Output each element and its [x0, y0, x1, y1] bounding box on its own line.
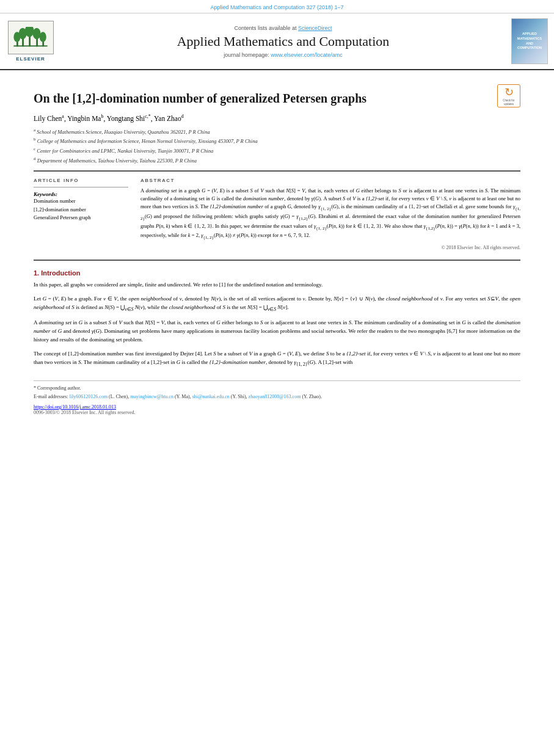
keyword-1: Domination number — [34, 197, 128, 206]
keyword-3: Generalized Petersen graph — [34, 214, 128, 222]
title-section: On the [1,2]-domination number of genera… — [34, 79, 488, 114]
abstract-text: A dominating set in a graph G = (V, E) i… — [140, 187, 520, 241]
check-updates-icon: ↻ — [505, 85, 514, 99]
affiliation-c: c Center for Combinatorics and LPMC, Nan… — [34, 146, 520, 155]
article-info-header: ARTICLE INFO — [34, 178, 128, 183]
abstract-column: ABSTRACT A dominating set in a graph G =… — [140, 178, 520, 250]
check-updates-text: Check for updates — [498, 99, 520, 106]
abstract-header: ABSTRACT — [140, 178, 520, 183]
affiliation-b: b College of Mathematics and Information… — [34, 136, 520, 145]
section-divider-thick — [34, 170, 520, 172]
svg-point-7 — [33, 28, 41, 39]
elsevier-logo-box — [8, 21, 54, 54]
keyword-2: [1,2]-domination number — [34, 206, 128, 214]
email-chen[interactable]: lily606120126.com — [70, 394, 108, 399]
journal-title: Applied Mathematics and Computation — [61, 34, 505, 49]
section-number: 1. — [34, 269, 39, 277]
elsevier-tree-icon — [12, 27, 49, 48]
footnote-area: * Corresponding author. E-mail addresses… — [34, 380, 520, 415]
email-shi[interactable]: shi@nankai.edu.cn — [192, 394, 230, 399]
journal-center: Contents lists available at ScienceDirec… — [61, 25, 505, 58]
title-row: On the [1,2]-domination number of genera… — [34, 79, 520, 114]
email-zhao[interactable]: zhaoyan812008@163.com — [249, 394, 301, 399]
doi-link: https://doi.org/10.1016/j.amc.2018.01.01… — [34, 404, 520, 410]
article-info-abstract: ARTICLE INFO Keywords: Domination number… — [34, 178, 520, 250]
journal-header: ELSEVIER Contents lists available at Sci… — [0, 13, 554, 70]
corresponding-author-note: * Corresponding author. — [34, 385, 520, 392]
elsevier-logo: ELSEVIER — [6, 21, 55, 62]
journal-homepage: journal homepage: www.elsevier.com/locat… — [61, 52, 505, 58]
authors-line: Lily Chena, Yingbin Mab, Yongtang Shic,*… — [34, 114, 520, 122]
contents-available: Contents lists available at ScienceDirec… — [61, 25, 505, 31]
elsevier-label: ELSEVIER — [16, 56, 45, 62]
top-bar: Applied Mathematics and Computation 327 … — [0, 0, 554, 13]
svg-point-9 — [40, 32, 46, 42]
email-ma[interactable]: mayingbincw@htu.cn — [130, 394, 173, 399]
affiliation-d: d Department of Mathematics, Taizhou Uni… — [34, 156, 520, 165]
intro-paragraph-2: Let G = (V, E) be a graph. For v ∈ V, th… — [34, 294, 520, 313]
article-info-divider — [34, 187, 128, 187]
issn-line: 0096-3003/© 2018 Elsevier Inc. All right… — [34, 410, 520, 415]
introduction-section-title: 1. Introduction — [34, 269, 520, 277]
sciencedirect-link[interactable]: ScienceDirect — [298, 25, 332, 31]
journal-citation: Applied Mathematics and Computation 327 … — [210, 4, 343, 10]
affiliations: a School of Mathematics Science, Huaqiao… — [34, 127, 520, 164]
body-divider — [34, 260, 520, 261]
check-updates-badge: ↻ Check for updates — [497, 84, 520, 107]
intro-paragraph-1: In this paper, all graphs we considered … — [34, 280, 520, 289]
email-addresses: E-mail addresses: lily606120126.com (L. … — [34, 394, 520, 399]
paper-title: On the [1,2]-domination number of genera… — [34, 90, 488, 106]
main-content: On the [1,2]-domination number of genera… — [0, 70, 554, 424]
section-title-text: Introduction — [41, 269, 80, 277]
keywords-label: Keywords: — [34, 191, 128, 197]
doi-anchor[interactable]: https://doi.org/10.1016/j.amc.2018.01.01… — [34, 404, 116, 410]
intro-paragraph-4: The concept of [1,2]-domination number w… — [34, 349, 520, 368]
journal-cover-image: APPLIED MATHEMATICS AND COMPUTATION — [511, 18, 548, 64]
svg-rect-10 — [13, 45, 47, 46]
homepage-link[interactable]: www.elsevier.com/locate/amc — [271, 52, 343, 58]
copyright-notice: © 2018 Elsevier Inc. All rights reserved… — [140, 245, 520, 250]
affiliation-a: a School of Mathematics Science, Huaqiao… — [34, 127, 520, 136]
article-info-column: ARTICLE INFO Keywords: Domination number… — [34, 178, 128, 250]
intro-paragraph-3: A dominating set in G is a subset S of V… — [34, 318, 520, 344]
keywords-list: Domination number [1,2]-domination numbe… — [34, 197, 128, 222]
